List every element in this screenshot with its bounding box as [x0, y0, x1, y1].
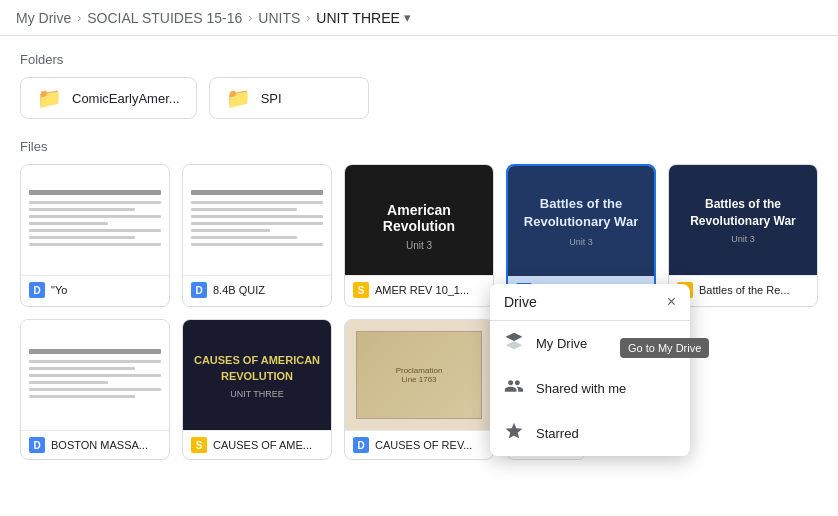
- main-content: Folders 📁 ComicEarlyAmer... 📁 SPI Files: [0, 36, 838, 516]
- file-thumbnail-amrev: American Revolution Unit 3: [345, 165, 493, 275]
- file-thumbnail-battles: Battles of theRevolutionary War Unit 3: [669, 165, 817, 275]
- slides-icon-amrev: S: [353, 282, 369, 298]
- files-grid: D "Yo D 8.4B QUIZ: [20, 164, 818, 460]
- file-name-causes-ame: CAUSES OF AME...: [213, 439, 323, 451]
- folder-name-2: SPI: [261, 91, 282, 106]
- folders-row: 📁 ComicEarlyAmer... 📁 SPI: [20, 77, 818, 119]
- file-name-yo: "Yo: [51, 284, 161, 296]
- breadcrumb-social-studies[interactable]: SOCIAL STUIDES 15-16: [87, 10, 242, 26]
- drive-popup-title: Drive: [504, 294, 537, 310]
- file-footer-causes-ame: S CAUSES OF AME...: [183, 430, 331, 459]
- file-footer-causes-rev: D CAUSES OF REV...: [345, 430, 493, 459]
- amrev-title: American Revolution: [353, 202, 485, 234]
- file-name-amrev: AMER REV 10_1...: [375, 284, 485, 296]
- drive-popup-shared[interactable]: Shared with me: [490, 366, 690, 411]
- file-footer-battles: S Battles of the Re...: [669, 275, 817, 304]
- goto-my-drive-tooltip: Go to My Drive: [620, 338, 709, 358]
- drive-popup-close-button[interactable]: ×: [667, 294, 676, 310]
- file-thumbnail-yo: [21, 165, 169, 275]
- file-card-yo[interactable]: D "Yo: [20, 164, 170, 307]
- file-card-amrev[interactable]: American Revolution Unit 3 S AMER REV 10…: [344, 164, 494, 307]
- folder-icon-2: 📁: [226, 86, 251, 110]
- file-card-causes-rev[interactable]: ProclamationLine 1763 D CAUSES OF REV...: [344, 319, 494, 460]
- drive-popup-starred[interactable]: Starred: [490, 411, 690, 456]
- file-card-boston[interactable]: D BOSTON MASSA...: [20, 319, 170, 460]
- file-footer-yo: D "Yo: [21, 275, 169, 304]
- slides-icon-causes-ame: S: [191, 437, 207, 453]
- file-thumbnail-battles-rev: Battles of theRevolutionary War Unit 3: [508, 166, 654, 276]
- file-card-causes-ame[interactable]: CAUSES OF AMERICAN REVOLUTION UNIT THREE…: [182, 319, 332, 460]
- files-label: Files: [20, 139, 818, 154]
- doc-icon-causes-rev: D: [353, 437, 369, 453]
- drive-popup-starred-label: Starred: [536, 426, 579, 441]
- drive-popup-shared-label: Shared with me: [536, 381, 626, 396]
- file-footer-amrev: S AMER REV 10_1...: [345, 275, 493, 304]
- folders-label: Folders: [20, 52, 818, 67]
- starred-icon: [504, 421, 524, 446]
- shared-with-me-icon: [504, 376, 524, 401]
- doc-icon-quiz: D: [191, 282, 207, 298]
- folder-icon-1: 📁: [37, 86, 62, 110]
- file-footer-quiz: D 8.4B QUIZ: [183, 275, 331, 304]
- file-card-battles[interactable]: Battles of theRevolutionary War Unit 3 S…: [668, 164, 818, 307]
- breadcrumb-my-drive[interactable]: My Drive: [16, 10, 71, 26]
- file-name-causes-rev: CAUSES OF REV...: [375, 439, 485, 451]
- file-name-battles: Battles of the Re...: [699, 284, 809, 296]
- file-thumbnail-quiz: [183, 165, 331, 275]
- folder-spi[interactable]: 📁 SPI: [209, 77, 369, 119]
- file-card-quiz[interactable]: D 8.4B QUIZ: [182, 164, 332, 307]
- breadcrumb-unit-three[interactable]: UNIT THREE: [316, 10, 400, 26]
- doc-icon-boston: D: [29, 437, 45, 453]
- amrev-sub: Unit 3: [406, 240, 432, 251]
- folder-comic-early-amer[interactable]: 📁 ComicEarlyAmer...: [20, 77, 197, 119]
- file-thumbnail-causes-ame: CAUSES OF AMERICAN REVOLUTION UNIT THREE: [183, 320, 331, 430]
- drive-popup-header: Drive ×: [490, 284, 690, 321]
- file-name-boston: BOSTON MASSA...: [51, 439, 161, 451]
- file-footer-boston: D BOSTON MASSA...: [21, 430, 169, 459]
- file-thumbnail-causes-rev: ProclamationLine 1763: [345, 320, 493, 430]
- breadcrumb-units[interactable]: UNITS: [258, 10, 300, 26]
- my-drive-icon: [504, 331, 524, 356]
- breadcrumb-sep-1: ›: [77, 11, 81, 25]
- breadcrumb: My Drive › SOCIAL STUIDES 15-16 › UNITS …: [0, 0, 838, 36]
- drive-popup-my-drive-label: My Drive: [536, 336, 587, 351]
- breadcrumb-dropdown-icon[interactable]: ▾: [404, 10, 411, 25]
- folder-name-1: ComicEarlyAmer...: [72, 91, 180, 106]
- file-thumbnail-boston: [21, 320, 169, 430]
- doc-icon-yo: D: [29, 282, 45, 298]
- breadcrumb-sep-2: ›: [248, 11, 252, 25]
- file-name-quiz: 8.4B QUIZ: [213, 284, 323, 296]
- breadcrumb-sep-3: ›: [306, 11, 310, 25]
- drive-popup: Drive × My Drive Shared with me Starred: [490, 284, 690, 456]
